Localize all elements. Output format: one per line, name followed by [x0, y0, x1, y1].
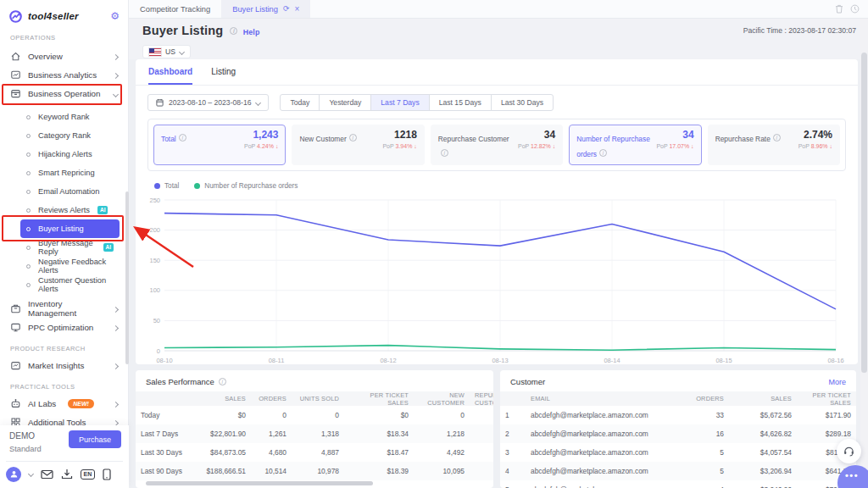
sidebar-item-ai-labs[interactable]: AI Labs NEW!	[0, 394, 128, 413]
quick-filter-last-15-days[interactable]: Last 15 Days	[429, 94, 492, 111]
sidebar-item-business-analytics[interactable]: Business Analytics	[0, 65, 128, 84]
date-range-value: 2023-08-10 – 2023-08-16	[169, 98, 251, 107]
marketplace-selector[interactable]: US	[142, 45, 191, 58]
browser-tab-bar: Competitor Tracking Buyer Listing ⟳ ×	[129, 0, 868, 19]
sidebar-item-inventory-management[interactable]: Inventory Management	[0, 299, 128, 318]
column-header: SALES	[729, 395, 797, 402]
sidebar-item-buyer-listing[interactable]: Buyer Listing	[20, 219, 120, 238]
tab-buyer-listing[interactable]: Buyer Listing ⟳ ×	[221, 0, 310, 18]
legend-item-number-of-repurchase-orders[interactable]: Number of Repurchase orders	[194, 182, 298, 190]
horizontal-scrollbar[interactable]	[146, 481, 373, 485]
pop-value: 3.94% ↓	[396, 143, 417, 149]
sidebar-item-hijacking-alerts[interactable]: Hijacking Alerts	[20, 145, 120, 164]
stat-card-left: Totali	[161, 130, 186, 160]
help-link[interactable]: Help	[243, 28, 260, 36]
quick-filter-last-7-days[interactable]: Last 7 Days	[370, 94, 429, 111]
customer-card: Customer More EMAILORDERSSALESPER TICKET…	[500, 370, 856, 488]
pop-label: PoP	[382, 143, 395, 149]
radio-bullet-icon	[26, 227, 31, 231]
column-header: PER TICKET SALES	[344, 391, 414, 407]
settings-gear-icon[interactable]: ⚙	[110, 11, 120, 21]
table-cell: $3,206.94	[729, 467, 797, 475]
info-icon[interactable]: i	[230, 27, 237, 35]
page-scrollbar-thumb[interactable]	[861, 53, 867, 373]
stat-card-new-customer[interactable]: New Customeri1218PoP 3.94% ↓	[292, 125, 424, 165]
column-header: SALES	[192, 395, 251, 402]
stat-card-right: 2.74%PoP 8.96% ↓	[798, 130, 832, 160]
tab-dashboard[interactable]: Dashboard	[148, 67, 192, 85]
info-icon[interactable]: i	[179, 134, 186, 141]
language-icon[interactable]: EN	[81, 469, 95, 480]
column-header: EMAIL	[526, 395, 682, 402]
tab-listing[interactable]: Listing	[211, 67, 236, 85]
table-cell: Last 7 Days	[136, 430, 192, 438]
quick-filter-last-30-days[interactable]: Last 30 Days	[491, 94, 554, 111]
history-clock-icon[interactable]	[850, 4, 860, 14]
legend-item-total[interactable]: Total	[154, 182, 179, 190]
stat-card-total[interactable]: Totali1,243PoP 4.24% ↓	[153, 125, 286, 165]
close-tab-icon[interactable]: ×	[294, 5, 299, 14]
table-cell: 10,978	[292, 467, 344, 475]
stat-card-left: Repurchase Customeri	[438, 130, 518, 160]
sidebar-item-overview[interactable]: Overview	[0, 47, 128, 65]
download-icon[interactable]	[61, 469, 73, 480]
sidebar-item-negative-feedback-alerts[interactable]: Negative Feedback Alerts	[20, 257, 120, 275]
filter-controls: 2023-08-10 – 2023-08-16 TodayYesterdayLa…	[147, 94, 846, 111]
avatar[interactable]	[6, 467, 21, 482]
inventory-icon	[10, 303, 21, 314]
x-axis-tick: 08-13	[492, 357, 508, 364]
pop-label: PoP	[244, 143, 257, 149]
sidebar-item-customer-question-alerts[interactable]: Customer Question Alerts	[20, 275, 120, 294]
tab-competitor-tracking[interactable]: Competitor Tracking	[129, 0, 221, 18]
info-icon[interactable]: i	[773, 134, 781, 141]
stat-card-right: 34PoP 12.82% ↓	[518, 130, 555, 160]
sidebar-item-label: Customer Question Alerts	[38, 276, 114, 293]
more-link[interactable]: More	[828, 378, 846, 386]
sidebar-item-keyword-rank[interactable]: Keyword Rank	[20, 108, 120, 126]
trash-icon[interactable]	[835, 4, 843, 14]
stat-card-repurchase-rate[interactable]: Repurchase Ratei2.74%PoP 8.96% ↓	[708, 125, 840, 165]
radio-bullet-icon	[26, 264, 31, 269]
quick-filter-today[interactable]: Today	[280, 94, 320, 111]
legend-label: Number of Repurchase orders	[204, 182, 298, 190]
refresh-icon[interactable]: ⟳	[283, 5, 290, 13]
mail-icon[interactable]	[41, 469, 53, 480]
robot-icon	[10, 398, 21, 409]
sidebar-item-market-insights[interactable]: Market Insights	[0, 356, 128, 374]
sidebar-scrollbar[interactable]	[125, 191, 129, 364]
sidebar-item-ppc-optimization[interactable]: PPC Optimization	[0, 318, 128, 336]
home-icon	[10, 51, 21, 62]
purchase-button[interactable]: Purchase	[69, 430, 121, 448]
info-icon[interactable]: i	[219, 378, 226, 385]
sidebar-item-email-automation[interactable]: Email Automation	[20, 182, 120, 201]
sidebar-item-label: Smart Repricing	[38, 169, 95, 177]
stat-pop: PoP 3.94% ↓	[382, 143, 416, 149]
stat-card-repurchase-customer[interactable]: Repurchase Customeri34PoP 12.82% ↓	[431, 125, 563, 165]
support-headset-button[interactable]	[837, 439, 861, 463]
customer-title: Customer More	[500, 370, 856, 391]
sidebar-item-reviews-alerts[interactable]: Reviews AlertsAI	[20, 201, 120, 219]
mobile-icon[interactable]	[103, 469, 111, 480]
operation-box-icon	[10, 88, 21, 99]
info-icon[interactable]: i	[441, 149, 448, 157]
sidebar: tool4seller ⚙ OPERATIONS Overview Busine…	[0, 0, 129, 488]
table-cell: $18.34	[344, 430, 414, 438]
chevron-down-icon[interactable]	[28, 471, 34, 477]
date-range-picker[interactable]: 2023-08-10 – 2023-08-16	[147, 94, 269, 111]
table-cell: 0	[414, 411, 470, 419]
sidebar-item-business-operation[interactable]: Business Operation	[0, 84, 128, 103]
info-icon[interactable]: i	[349, 134, 357, 141]
stat-label: Total	[161, 135, 176, 143]
sidebar-footer: DEMO Standard Purchase EN	[0, 425, 129, 488]
table-cell: $289.18	[797, 430, 856, 438]
table-cell: abcdefgh@marketplace.amazon.com	[526, 467, 682, 475]
y-axis-tick: 200	[149, 226, 160, 234]
info-icon[interactable]: i	[599, 149, 607, 157]
sidebar-item-smart-repricing[interactable]: Smart Repricing	[20, 164, 120, 182]
table-cell: $0	[344, 411, 414, 419]
stat-card-number-of-repurchase-orders[interactable]: Number of Repurchase ordersi34PoP 17.07%…	[569, 125, 701, 165]
quick-filter-yesterday[interactable]: Yesterday	[319, 94, 371, 111]
table-cell: 1,318	[292, 430, 344, 438]
sidebar-item-category-rank[interactable]: Category Rank	[20, 126, 120, 145]
sidebar-item-buyer-message-reply[interactable]: Buyer Message ReplyAI	[20, 238, 120, 257]
